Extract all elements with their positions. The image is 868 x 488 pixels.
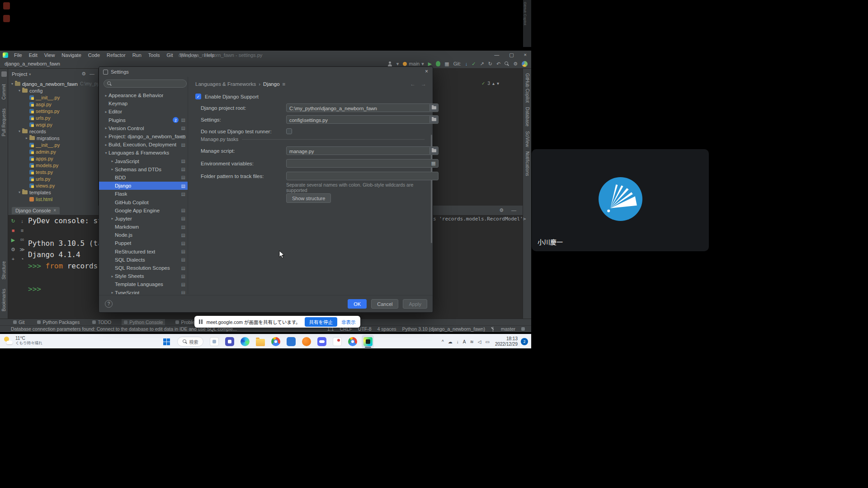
test-runner-checkbox[interactable] <box>286 128 292 134</box>
layout-icon[interactable]: ▦ <box>444 61 449 67</box>
settings-tree-item[interactable]: Markdown ▤ <box>99 223 188 231</box>
tool-window-button[interactable]: Database <box>525 107 530 127</box>
settings-tree-item[interactable]: ▸ JavaScript ▤ <box>99 157 188 165</box>
ok-button[interactable]: OK <box>348 299 367 309</box>
tool-window-button[interactable]: Bookmarks <box>1 289 6 311</box>
settings-tree-item[interactable]: ▸ Style Sheets ▤ <box>99 272 188 280</box>
folder-pattern-input[interactable] <box>287 173 438 181</box>
tool-window-tab[interactable]: TODO <box>90 319 113 325</box>
discord-icon[interactable] <box>316 335 328 348</box>
show-structure-button[interactable]: Show structure <box>286 193 331 203</box>
env-vars-browse-icon[interactable]: ▦ <box>431 160 436 166</box>
undo-icon[interactable]: ↶ <box>496 61 500 67</box>
hide-button[interactable]: 非表示 <box>341 319 356 325</box>
next-problem-icon[interactable]: ▾ <box>497 81 499 86</box>
tool-window-button[interactable]: Commit <box>1 84 6 99</box>
console-settings-icon[interactable]: ⚙ <box>499 207 504 213</box>
taskview-icon[interactable] <box>208 335 220 348</box>
settings-tree-item[interactable]: Node.js ▤ <box>99 231 188 239</box>
settings-tree-item[interactable]: BDD ▤ <box>99 174 188 182</box>
indent-setting[interactable]: 4 spaces <box>377 326 396 332</box>
explorer-icon[interactable] <box>254 335 266 348</box>
project-tree-item[interactable]: urls.py <box>8 175 98 182</box>
tool-window-button[interactable]: Structure <box>1 261 6 280</box>
stop-sharing-button[interactable]: 共有を停止 <box>305 317 338 327</box>
tool-window-button[interactable]: GitHub Copilot <box>525 73 530 103</box>
update-icon[interactable]: ↓ <box>457 339 459 344</box>
user-icon[interactable] <box>387 61 392 66</box>
ime-icon[interactable]: A <box>463 339 466 344</box>
user-caret-icon[interactable]: ▾ <box>396 61 399 67</box>
settings-tree-item[interactable]: Plugins 2 ▤ <box>99 116 188 124</box>
help-button[interactable]: ? <box>105 300 113 308</box>
browse-button[interactable] <box>429 104 438 111</box>
file-encoding[interactable]: UTF-8 <box>358 326 372 332</box>
settings-tree-item[interactable]: Puppet ▤ <box>99 239 188 247</box>
coverage-pie-icon[interactable] <box>522 61 528 67</box>
timer-icon[interactable]: ◔ <box>21 256 24 262</box>
settings-tree-item[interactable]: Google App Engine ▤ <box>99 206 188 215</box>
menu-item[interactable]: Tools <box>148 52 160 58</box>
project-tree-item[interactable]: admin.py <box>8 148 98 155</box>
volume-icon[interactable]: ◁ <box>478 339 481 344</box>
settings-tree-item[interactable]: ▸ Jupyter ▤ <box>99 215 188 223</box>
new-console-icon[interactable]: + <box>12 256 14 262</box>
menu-item[interactable]: Edit <box>29 52 38 58</box>
settings-search[interactable] <box>104 80 187 88</box>
settings-tree-item[interactable]: SQL Resolution Scopes ▤ <box>99 264 188 272</box>
history-icon[interactable]: ≫ <box>19 247 25 252</box>
project-tree-item[interactable]: __init__.py <box>8 94 98 101</box>
project-tree-item[interactable]: urls.py <box>8 114 98 121</box>
tool-window-tab[interactable]: Git <box>11 319 27 325</box>
project-tree-item[interactable]: ▾ config <box>8 87 98 94</box>
browse-button[interactable] <box>429 116 438 123</box>
taskbar-search[interactable]: 検索 <box>177 337 203 347</box>
run-icon[interactable]: ▶ <box>428 61 432 67</box>
participant-tile[interactable]: 小川慶一 <box>532 149 709 251</box>
interpreter[interactable]: Python 3.10 (django_a_newborn_fawn) <box>402 326 485 332</box>
project-tree-item[interactable]: settings.py <box>8 108 98 114</box>
breadcrumb-parent[interactable]: Languages & Frameworks <box>195 81 256 87</box>
project-tree-item[interactable]: asgi.py <box>8 101 98 108</box>
scroll-end-icon[interactable]: ↓ <box>21 218 24 224</box>
tool-window-button[interactable]: Notifications <box>525 151 530 176</box>
settings-tree-item[interactable]: Template Languages ▤ <box>99 280 188 288</box>
settings-tree-item[interactable]: ▸ Editor ▤ <box>99 108 188 116</box>
project-root-input[interactable] <box>287 105 438 113</box>
env-vars-input[interactable] <box>287 160 438 168</box>
panel-settings-icon[interactable]: ⚙ <box>81 71 86 77</box>
git-push-icon[interactable]: ↗ <box>480 61 484 67</box>
project-tree-item[interactable]: ▸ migrations <box>8 135 98 141</box>
console-tab[interactable]: Django Console × <box>12 207 60 214</box>
cloud-icon[interactable]: ☁ <box>448 339 453 344</box>
browse-button[interactable] <box>429 147 438 154</box>
git-branch[interactable]: master <box>501 326 515 332</box>
debug-icon[interactable] <box>436 61 440 66</box>
teams-icon[interactable] <box>223 335 236 348</box>
taskbar-clock[interactable]: 18:13 2022/12/29 <box>495 336 518 347</box>
console-minimize-icon[interactable]: — <box>511 207 516 213</box>
rerun-icon[interactable]: ↻ <box>11 218 15 224</box>
project-tree-item[interactable]: ▾ templates <box>8 189 98 196</box>
project-tree-item[interactable]: apps.py <box>8 155 98 162</box>
breadcrumb-icon[interactable]: ≡ <box>283 81 286 87</box>
settings-tree-item[interactable]: SQL Dialects ▤ <box>99 256 188 264</box>
tool-window-button[interactable]: SciView <box>525 131 530 147</box>
project-tree-item[interactable]: ▾ records <box>8 128 98 135</box>
chrome-icon[interactable] <box>269 335 282 348</box>
tool-window-button[interactable]: Pull Requests <box>1 108 6 136</box>
cancel-button[interactable]: Cancel <box>371 299 398 309</box>
forward-arrow-icon[interactable]: → <box>421 81 426 87</box>
settings-tree-item[interactable]: ▸ Appearance & Behavior ▤ <box>99 91 188 99</box>
search-icon[interactable] <box>505 61 509 66</box>
menu-item[interactable]: Run <box>132 52 142 58</box>
git-commit-icon[interactable]: ✓ <box>472 61 476 67</box>
menu-item[interactable]: Git <box>167 52 173 58</box>
app-orange-icon[interactable] <box>300 335 312 348</box>
chrome-profile-icon[interactable] <box>346 335 359 348</box>
execute-icon[interactable]: ▶ <box>11 237 15 243</box>
menu-item[interactable]: Code <box>88 52 100 58</box>
menu-item[interactable]: File <box>14 52 22 58</box>
softwrap-icon[interactable]: ≡ <box>21 228 24 233</box>
tab-close-icon[interactable]: × <box>53 208 56 213</box>
